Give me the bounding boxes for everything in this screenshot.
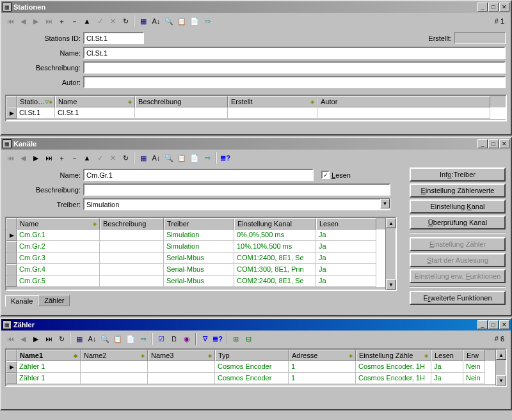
table-row[interactable]: Zähler 1 Cosmos Encoder 1 Cosmos Encoder…: [6, 373, 506, 384]
tool-icon[interactable]: ◉: [180, 332, 193, 345]
sort-icon[interactable]: A↓: [150, 15, 163, 27]
minimize-button[interactable]: _: [477, 3, 488, 12]
tree2-icon[interactable]: ⊟: [242, 332, 255, 345]
refresh-icon[interactable]: ↻: [119, 152, 132, 164]
scrollbar-vertical[interactable]: ▲ ▼: [495, 350, 506, 385]
maximize-button[interactable]: □: [488, 3, 499, 12]
close-button[interactable]: ✕: [499, 139, 509, 148]
paste-icon[interactable]: 📄: [124, 332, 137, 345]
search-icon[interactable]: 🔍: [163, 15, 175, 27]
table-row[interactable]: Cm.Gr.2 Simulation 10%,10%,500 ms Ja: [6, 241, 396, 253]
table-row[interactable]: Cm.Gr.5 Serial-Mbus COM2:2400, 8E1, Se J…: [6, 276, 396, 287]
scroll-down-icon[interactable]: ▼: [386, 279, 396, 290]
col-einst-zahler[interactable]: Einstellung Zähle◈: [356, 350, 431, 361]
col-erstellt[interactable]: Erstellt◈: [228, 96, 317, 107]
nav-next-icon[interactable]: ▶: [29, 152, 42, 164]
tree1-icon[interactable]: ⊞: [229, 332, 242, 345]
col-name1[interactable]: Name1◈: [17, 350, 81, 361]
maximize-button[interactable]: □: [488, 320, 499, 329]
export-icon[interactable]: ⇨: [137, 332, 150, 345]
table-row[interactable]: ▶ Cl.St.1 Cl.St.1: [6, 107, 506, 119]
sort-icon[interactable]: A↓: [86, 332, 99, 345]
table-row[interactable]: Cm.Gr.4 Serial-Mbus COM1:300, 8E1, Prin …: [6, 264, 396, 276]
scroll-down-icon[interactable]: ▼: [496, 375, 506, 385]
copy-icon[interactable]: 📋: [175, 152, 188, 164]
refresh-icon[interactable]: ↻: [55, 332, 68, 345]
edit-icon[interactable]: ▲: [81, 152, 93, 164]
grid-icon[interactable]: ▦: [73, 332, 86, 345]
ueberpruefung-kanal-button[interactable]: Überprüfung Kanal: [410, 215, 506, 229]
stations-id-input[interactable]: [83, 32, 144, 44]
nav-first-icon[interactable]: ⏮: [4, 152, 17, 164]
minimize-button[interactable]: _: [477, 139, 488, 148]
tab-zahler[interactable]: Zähler: [38, 295, 70, 306]
paste-icon[interactable]: 📄: [188, 152, 201, 164]
col-name[interactable]: Name◈: [55, 96, 135, 107]
kanal-beschreibung-input[interactable]: [83, 183, 390, 196]
close-button[interactable]: ✕: [499, 320, 509, 329]
name-input[interactable]: [83, 47, 506, 59]
autor-input[interactable]: [83, 76, 506, 88]
grid-icon[interactable]: ▦: [137, 15, 150, 27]
scroll-up-icon[interactable]: ▲: [386, 218, 396, 228]
col-name2[interactable]: Name2◈: [81, 350, 148, 361]
nav-first-icon[interactable]: ⏮: [4, 15, 17, 27]
info-treiber-button[interactable]: Info:Treiber: [410, 167, 506, 182]
nav-prev-icon[interactable]: ◀: [17, 332, 29, 345]
export-icon[interactable]: ⇨: [201, 15, 214, 27]
copy-icon[interactable]: 📋: [111, 332, 124, 345]
col-name[interactable]: Name◈: [17, 218, 100, 229]
maximize-button[interactable]: □: [488, 139, 499, 148]
einst-zahlerwerte-button[interactable]: Einstellung Zählerwerte: [410, 183, 506, 198]
nav-first-icon[interactable]: ⏮: [4, 332, 17, 345]
delete-icon[interactable]: －: [68, 15, 81, 27]
col-lesen[interactable]: Lesen: [316, 218, 376, 229]
delete-icon[interactable]: －: [68, 152, 81, 164]
scroll-up-icon[interactable]: ▲: [496, 350, 506, 360]
kanal-name-input[interactable]: [83, 169, 314, 181]
nav-last-icon[interactable]: ⏭: [42, 15, 55, 27]
help-icon[interactable]: ≣?: [211, 332, 224, 345]
filter-icon[interactable]: ∇: [198, 332, 211, 345]
col-beschreibung[interactable]: Beschreibung: [135, 96, 228, 107]
check-icon[interactable]: ☑: [155, 332, 168, 345]
beschreibung-input[interactable]: [83, 61, 506, 74]
search-icon[interactable]: 🔍: [163, 152, 175, 164]
sort-icon[interactable]: A↓: [150, 152, 163, 164]
paste-icon[interactable]: 📄: [188, 15, 201, 27]
add-icon[interactable]: ＋: [55, 152, 68, 164]
grid-icon[interactable]: ▦: [137, 152, 150, 164]
nav-prev-icon[interactable]: ◀: [17, 15, 29, 27]
lesen-checkbox[interactable]: ✓: [321, 171, 330, 179]
confirm-icon[interactable]: ✓: [93, 152, 106, 164]
new-icon[interactable]: 🗋: [168, 332, 180, 345]
col-statio[interactable]: Statio…▽◈: [17, 96, 55, 107]
help-icon[interactable]: ≣?: [219, 152, 232, 164]
erw-funktionen-button[interactable]: Erweiterte Funktionen: [410, 291, 506, 305]
col-beschreibung[interactable]: Beschreibung: [100, 218, 164, 229]
col-treiber[interactable]: Treiber: [164, 218, 234, 229]
table-row[interactable]: ▶ Zähler 1 Cosmos Encoder 1 Cosmos Encod…: [6, 361, 506, 373]
close-button[interactable]: ✕: [499, 3, 509, 12]
scrollbar-vertical[interactable]: ▲ ▼: [385, 218, 396, 290]
einst-kanal-button[interactable]: Einstellung Kanal: [410, 199, 506, 214]
minimize-button[interactable]: _: [477, 320, 488, 329]
tab-kanale[interactable]: Kanäle: [5, 295, 38, 307]
add-icon[interactable]: ＋: [55, 15, 68, 27]
col-typ[interactable]: Typ: [215, 350, 289, 361]
nav-next-icon[interactable]: ▶: [29, 15, 42, 27]
table-row[interactable]: Cm.Gr.3 Serial-Mbus COM1:2400, 8E1, Se J…: [6, 253, 396, 264]
cancel-icon[interactable]: ✕: [106, 15, 119, 27]
search-icon[interactable]: 🔍: [99, 332, 111, 345]
col-adresse[interactable]: Adresse◈: [289, 350, 356, 361]
refresh-icon[interactable]: ↻: [119, 15, 132, 27]
nav-last-icon[interactable]: ⏭: [42, 332, 55, 345]
col-erw[interactable]: Erw: [463, 350, 485, 361]
col-lesen[interactable]: Lesen: [431, 350, 463, 361]
nav-last-icon[interactable]: ⏭: [42, 152, 55, 164]
cancel-icon[interactable]: ✕: [106, 152, 119, 164]
edit-icon[interactable]: ▲: [81, 15, 93, 27]
nav-prev-icon[interactable]: ◀: [17, 152, 29, 164]
table-row[interactable]: ▶ Cm.Gr.1 Simulation 0%,0%,500 ms Ja: [6, 229, 396, 241]
dropdown-arrow-icon[interactable]: ▼: [380, 199, 390, 208]
